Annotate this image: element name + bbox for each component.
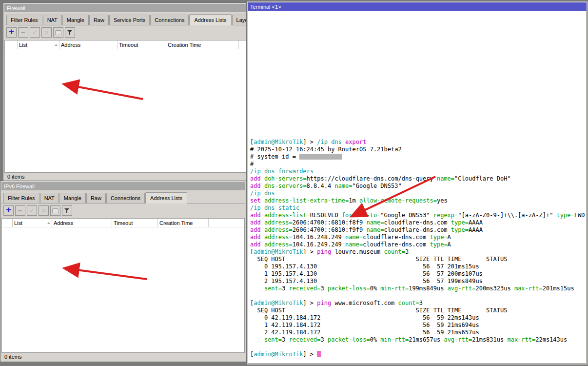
terminal-line: [admin@MikroTik] > ping louvre.museum co… (250, 248, 586, 256)
enable-button[interactable]: ✓ (27, 205, 37, 216)
remove-button[interactable]: − (18, 27, 28, 38)
terminal-text-segment: www.microsoft.com (334, 300, 398, 306)
terminal-text-segment: 1m (349, 197, 359, 204)
terminal-text-segment: 1 42.119.184.172 56 59 21ms694us (250, 322, 479, 328)
column-select (2, 219, 13, 227)
terminal-text-segment: allow-remote-requests= (359, 197, 437, 204)
terminal-text-segment: admin@MikroTik (254, 139, 303, 145)
terminal-text-segment: add (250, 234, 264, 241)
terminal-content[interactable]: [admin@MikroTik] > /ip dns export# 2025-… (248, 11, 587, 364)
terminal-text-segment: address= (264, 241, 293, 248)
terminal-line: 2 42.119.184.172 56 59 21ms657us (250, 329, 586, 336)
column-header-list[interactable]: List (18, 41, 59, 49)
terminal-line: [admin@MikroTik] > (250, 351, 586, 358)
tab-connections[interactable]: Connections (150, 15, 189, 25)
tab-nat[interactable]: NAT (43, 15, 62, 25)
filter-icon (64, 207, 70, 214)
sort-ascending-icon (55, 44, 58, 46)
firewall-title: Firewall (7, 5, 25, 11)
terminal-text-segment: A (448, 241, 451, 248)
terminal-text-segment: # 2025-10-12 16:24:45 by RouterOS 7.21be… (250, 146, 402, 153)
column-header-timeout[interactable]: Timeout (112, 219, 158, 227)
firewall-titlebar[interactable]: Firewall (4, 4, 251, 12)
comment-button[interactable] (53, 27, 63, 38)
column-header-timeout[interactable]: Timeout (118, 41, 166, 49)
terminal-line: [admin@MikroTik] > ping www.microsoft.co… (250, 300, 586, 307)
add-button[interactable]: + (3, 205, 14, 216)
terminal-text-segment: "Google DNS53" (353, 183, 402, 189)
minus-icon: − (18, 207, 22, 214)
terminal-text-segment: 3 (282, 285, 289, 292)
terminal-titlebar[interactable]: Terminal <1> (248, 2, 587, 11)
tab-mangle[interactable]: Mangle (62, 15, 89, 25)
terminal-text-segment: 21ms657us (409, 336, 444, 343)
terminal-text-segment: name= (345, 234, 363, 241)
column-header-address[interactable]: Address (59, 41, 118, 49)
terminal-text-segment: received= (289, 285, 320, 292)
terminal-text-segment: FWD (574, 212, 585, 219)
check-icon: ✓ (29, 207, 35, 214)
terminal-line: 1 195.157.4.130 56 57 200ms107us (250, 270, 586, 278)
tab-mangle[interactable]: Mangle (59, 193, 86, 203)
tab-nat[interactable]: NAT (40, 193, 59, 203)
terminal-text-segment: address= (264, 226, 293, 233)
terminal-text-segment: address-list-extra-time= (264, 197, 349, 204)
firewall-address-list-pane: ListAddressTimeoutCreation Time (4, 40, 251, 173)
terminal-text-segment: min-rtt= (380, 336, 409, 343)
ipv6-firewall-titlebar[interactable]: IPv6 Firewall (1, 182, 245, 190)
column-header-label: List (14, 220, 22, 226)
column-header-label: Address (54, 220, 73, 226)
terminal-line: # 2025-10-12 16:24:45 by RouterOS 7.21be… (250, 146, 586, 153)
terminal-text-segment: name= (437, 175, 454, 182)
terminal-text-segment: add (250, 241, 264, 248)
column-header-list[interactable]: List (13, 219, 52, 227)
terminal-text-segment: 21ms831us (472, 336, 507, 343)
tab-filter-rules[interactable]: Filter Rules (6, 15, 42, 25)
firewall-list-body[interactable] (5, 49, 251, 172)
terminal-text-segment: ] > (303, 300, 317, 306)
terminal-output: [admin@MikroTik] > /ip dns export# 2025-… (250, 139, 586, 358)
tab-connections[interactable]: Connections (106, 193, 145, 203)
comment-button[interactable] (50, 205, 60, 216)
terminal-text-segment: add (250, 219, 264, 226)
terminal-text-segment: ping (317, 248, 334, 255)
tab-raw[interactable]: Raw (89, 15, 109, 25)
tab-raw[interactable]: Raw (86, 193, 106, 203)
column-header-address[interactable]: Address (52, 219, 112, 227)
tab-filter-rules[interactable]: Filter Rules (3, 193, 39, 203)
terminal-text-segment: forward-to= (342, 212, 380, 219)
terminal-window: Terminal <1> [admin@MikroTik] > /ip dns … (246, 1, 588, 365)
terminal-text-segment: count= (384, 248, 405, 255)
filter-button[interactable] (65, 27, 75, 38)
ipv6-firewall-column-headers: ListAddressTimeoutCreation Time (2, 219, 244, 227)
filter-button[interactable] (62, 205, 72, 216)
firewall-column-headers: ListAddressTimeoutCreation Time (5, 41, 251, 49)
cross-icon: ✕ (44, 29, 49, 36)
tab-address-lists[interactable]: Address Lists (189, 14, 231, 25)
terminal-line: add address-list=RESOLVED forward-to="Go… (250, 212, 586, 219)
add-button[interactable]: + (6, 27, 17, 38)
column-header-spacer (209, 219, 244, 227)
terminal-text-segment: 104.16.249.249 (293, 241, 345, 248)
terminal-line: add address=104.16.249.249 name=cloudfla… (250, 241, 586, 248)
terminal-line: 2 195.157.4.130 56 57 199ms849us (250, 278, 586, 285)
firewall-statusbar: 0 items (4, 173, 251, 181)
disable-button[interactable]: ✕ (39, 205, 49, 216)
enable-button[interactable]: ✓ (30, 27, 40, 38)
terminal-text-segment: "Google DNS53" (380, 212, 433, 219)
terminal-title: Terminal <1> (250, 4, 281, 10)
terminal-text-segment: "Cloudflare DoH" (454, 175, 511, 182)
terminal-text-segment: 200ms323us (475, 285, 514, 292)
ipv6-firewall-list-body[interactable] (2, 227, 244, 352)
terminal-text-segment: "[a-zA-Z0-9-]+\\.[a-zA-Z]+" (458, 212, 556, 219)
tab-address-lists[interactable]: Address Lists (145, 192, 187, 203)
column-header-creation-time[interactable]: Creation Time (158, 219, 209, 227)
remove-button[interactable]: − (15, 205, 25, 216)
terminal-text-segment: min-rtt= (380, 285, 409, 292)
column-header-creation-time[interactable]: Creation Time (166, 41, 239, 49)
terminal-text-segment: 104.16.248.249 (293, 234, 345, 241)
tab-service-ports[interactable]: Service Ports (109, 15, 150, 25)
disable-button[interactable]: ✕ (41, 27, 52, 38)
terminal-text-segment (250, 336, 264, 343)
terminal-line: SEQ HOST SIZE TTL TIME STATUS (250, 256, 586, 263)
